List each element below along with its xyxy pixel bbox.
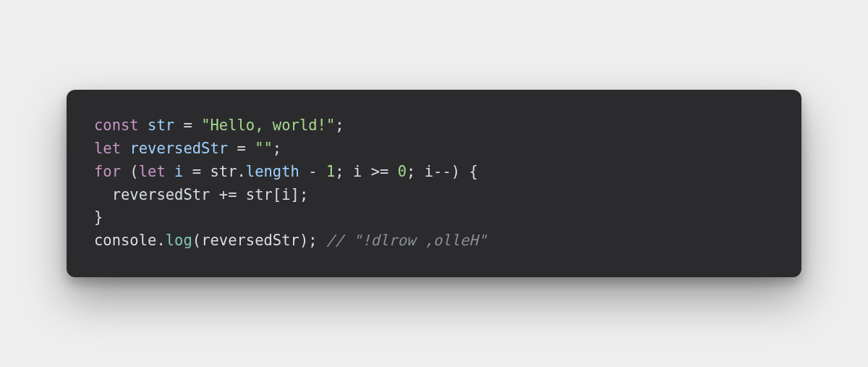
code-token: ( xyxy=(121,163,139,180)
code-token: str xyxy=(246,186,273,203)
code-token: = xyxy=(237,140,245,157)
code-token: i xyxy=(281,186,290,203)
code-snippet-card: const str = "Hello, world!"; let reverse… xyxy=(67,90,801,277)
code-token: } xyxy=(94,208,103,226)
code-token: = xyxy=(183,117,192,134)
code-token: ( xyxy=(192,232,201,249)
code-token: ; xyxy=(335,117,344,134)
code-token xyxy=(237,186,245,203)
code-token: str xyxy=(210,163,237,180)
code-token: >= xyxy=(371,163,389,180)
code-token: log xyxy=(166,232,192,249)
code-token: str xyxy=(148,117,174,134)
code-token: . xyxy=(237,163,246,180)
code-token: console xyxy=(94,232,156,249)
code-token: i xyxy=(425,163,433,180)
code-token xyxy=(94,186,112,203)
code-token xyxy=(192,117,201,134)
code-token xyxy=(174,117,183,134)
code-token: i xyxy=(353,163,362,180)
code-token: . xyxy=(156,232,165,249)
code-token: reversedStr xyxy=(129,140,228,157)
code-token: += xyxy=(219,186,237,203)
code-token xyxy=(201,163,210,180)
code-token: ); xyxy=(299,232,326,249)
code-token: ; xyxy=(335,163,353,180)
code-token: let xyxy=(139,163,166,180)
code-token xyxy=(388,163,397,180)
code-token: for xyxy=(94,163,121,180)
code-token: // "!dlrow ,olleH" xyxy=(326,232,487,249)
code-token xyxy=(318,163,326,180)
code-token: = xyxy=(192,163,201,180)
code-token: 0 xyxy=(398,163,407,180)
code-token xyxy=(228,140,237,157)
code-token xyxy=(183,163,192,180)
code-token xyxy=(299,163,308,180)
code-token: let xyxy=(94,140,121,157)
code-token xyxy=(210,186,218,203)
code-token xyxy=(362,163,370,180)
code-token: const xyxy=(94,117,139,134)
code-token: ; xyxy=(407,163,425,180)
code-token: "Hello, world!" xyxy=(201,117,335,134)
code-token: reversedStr xyxy=(201,232,299,249)
code-token: ) { xyxy=(451,163,478,180)
code-token: "" xyxy=(255,140,273,157)
code-token xyxy=(246,140,255,157)
code-token: -- xyxy=(433,163,451,180)
code-token: length xyxy=(246,163,299,180)
code-token: ; xyxy=(273,140,281,157)
code-token: 1 xyxy=(326,163,335,180)
code-block: const str = "Hello, world!"; let reverse… xyxy=(94,114,774,253)
code-token: reversedStr xyxy=(112,186,210,203)
code-token xyxy=(121,140,129,157)
code-token: i xyxy=(174,163,183,180)
code-token: [ xyxy=(273,186,281,203)
code-token xyxy=(166,163,174,180)
code-token: - xyxy=(308,163,317,180)
stage: const str = "Hello, world!"; let reverse… xyxy=(0,0,868,367)
code-token xyxy=(139,117,148,134)
code-token: ]; xyxy=(291,186,309,203)
